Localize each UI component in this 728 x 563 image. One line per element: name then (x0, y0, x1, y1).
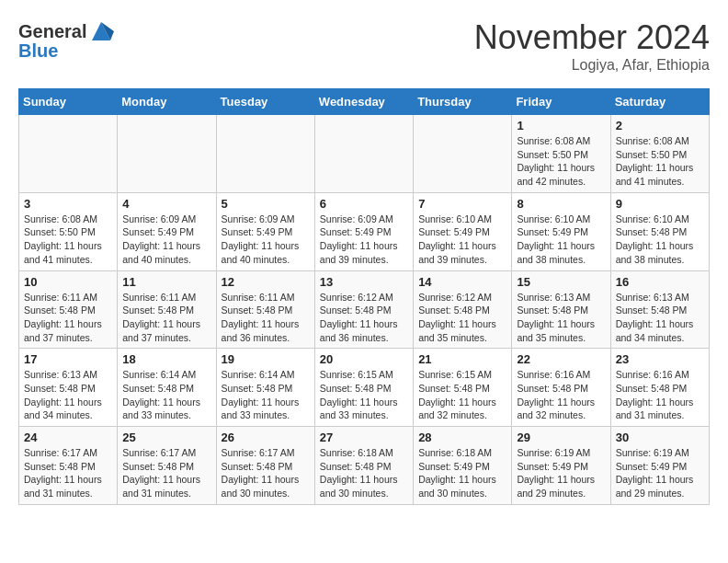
day-info: Sunrise: 6:09 AM Sunset: 5:49 PM Dayligh… (122, 213, 210, 267)
day-cell: 23Sunrise: 6:16 AM Sunset: 5:48 PM Dayli… (610, 349, 709, 427)
day-cell: 22Sunrise: 6:16 AM Sunset: 5:48 PM Dayli… (512, 349, 610, 427)
day-info: Sunrise: 6:18 AM Sunset: 5:49 PM Dayligh… (418, 446, 506, 500)
day-cell: 11Sunrise: 6:11 AM Sunset: 5:48 PM Dayli… (118, 270, 216, 349)
day-info: Sunrise: 6:09 AM Sunset: 5:49 PM Dayligh… (320, 213, 408, 267)
day-info: Sunrise: 6:11 AM Sunset: 5:48 PM Dayligh… (222, 291, 310, 345)
day-cell (19, 115, 118, 193)
day-cell: 13Sunrise: 6:12 AM Sunset: 5:48 PM Dayli… (314, 270, 413, 349)
day-info: Sunrise: 6:19 AM Sunset: 5:49 PM Dayligh… (616, 446, 704, 500)
week-row-4: 17Sunrise: 6:13 AM Sunset: 5:48 PM Dayli… (19, 349, 710, 427)
day-cell (414, 115, 512, 193)
day-number: 24 (24, 431, 112, 444)
week-row-2: 3Sunrise: 6:08 AM Sunset: 5:50 PM Daylig… (19, 192, 710, 270)
day-number: 8 (517, 197, 605, 211)
day-info: Sunrise: 6:17 AM Sunset: 5:48 PM Dayligh… (24, 446, 112, 500)
day-info: Sunrise: 6:08 AM Sunset: 5:50 PM Dayligh… (24, 213, 112, 267)
day-cell: 21Sunrise: 6:15 AM Sunset: 5:48 PM Dayli… (414, 349, 512, 427)
col-header-monday: Monday (118, 89, 216, 115)
day-info: Sunrise: 6:13 AM Sunset: 5:48 PM Dayligh… (24, 368, 112, 422)
day-cell: 24Sunrise: 6:17 AM Sunset: 5:48 PM Dayli… (19, 427, 118, 505)
day-info: Sunrise: 6:18 AM Sunset: 5:48 PM Dayligh… (320, 446, 408, 500)
day-info: Sunrise: 6:08 AM Sunset: 5:50 PM Dayligh… (517, 134, 605, 189)
calendar-header-row: SundayMondayTuesdayWednesdayThursdayFrid… (19, 89, 710, 115)
day-number: 25 (122, 431, 210, 444)
day-info: Sunrise: 6:10 AM Sunset: 5:48 PM Dayligh… (616, 213, 704, 267)
day-cell (314, 115, 413, 193)
day-info: Sunrise: 6:15 AM Sunset: 5:48 PM Dayligh… (320, 368, 408, 422)
day-info: Sunrise: 6:13 AM Sunset: 5:48 PM Dayligh… (616, 291, 704, 345)
day-info: Sunrise: 6:10 AM Sunset: 5:49 PM Dayligh… (418, 213, 506, 267)
day-number: 28 (418, 431, 506, 444)
day-info: Sunrise: 6:19 AM Sunset: 5:49 PM Dayligh… (517, 446, 605, 500)
day-number: 27 (320, 431, 408, 444)
day-info: Sunrise: 6:15 AM Sunset: 5:48 PM Dayligh… (418, 368, 506, 422)
day-info: Sunrise: 6:17 AM Sunset: 5:48 PM Dayligh… (122, 446, 210, 500)
day-number: 4 (122, 197, 210, 211)
day-number: 13 (320, 275, 408, 289)
day-number: 21 (418, 352, 506, 366)
col-header-sunday: Sunday (19, 89, 118, 115)
day-cell: 14Sunrise: 6:12 AM Sunset: 5:48 PM Dayli… (414, 270, 512, 349)
day-info: Sunrise: 6:16 AM Sunset: 5:48 PM Dayligh… (517, 368, 605, 422)
day-cell: 12Sunrise: 6:11 AM Sunset: 5:48 PM Dayli… (216, 270, 314, 349)
week-row-3: 10Sunrise: 6:11 AM Sunset: 5:48 PM Dayli… (19, 270, 710, 349)
day-cell: 9Sunrise: 6:10 AM Sunset: 5:48 PM Daylig… (610, 192, 709, 270)
day-number: 15 (517, 275, 605, 289)
day-number: 6 (320, 197, 408, 211)
day-number: 26 (222, 431, 310, 444)
day-cell: 27Sunrise: 6:18 AM Sunset: 5:48 PM Dayli… (314, 427, 413, 505)
page-header: General Blue November 2024 Logiya, Afar,… (18, 18, 710, 74)
day-info: Sunrise: 6:14 AM Sunset: 5:48 PM Dayligh… (122, 368, 210, 422)
day-info: Sunrise: 6:08 AM Sunset: 5:50 PM Dayligh… (616, 134, 704, 189)
col-header-tuesday: Tuesday (216, 89, 314, 115)
day-number: 12 (222, 275, 310, 289)
day-cell: 17Sunrise: 6:13 AM Sunset: 5:48 PM Dayli… (19, 349, 118, 427)
day-info: Sunrise: 6:13 AM Sunset: 5:48 PM Dayligh… (517, 291, 605, 345)
day-cell: 16Sunrise: 6:13 AM Sunset: 5:48 PM Dayli… (610, 270, 709, 349)
day-number: 1 (517, 119, 605, 132)
month-title: November 2024 (474, 18, 710, 57)
day-number: 18 (122, 352, 210, 366)
day-number: 2 (616, 119, 704, 132)
day-cell: 10Sunrise: 6:11 AM Sunset: 5:48 PM Dayli… (19, 270, 118, 349)
day-number: 3 (24, 197, 112, 211)
col-header-wednesday: Wednesday (314, 89, 413, 115)
day-cell: 15Sunrise: 6:13 AM Sunset: 5:48 PM Dayli… (512, 270, 610, 349)
day-number: 11 (122, 275, 210, 289)
week-row-5: 24Sunrise: 6:17 AM Sunset: 5:48 PM Dayli… (19, 427, 710, 505)
day-number: 19 (222, 352, 310, 366)
day-cell: 30Sunrise: 6:19 AM Sunset: 5:49 PM Dayli… (610, 427, 709, 505)
day-info: Sunrise: 6:09 AM Sunset: 5:49 PM Dayligh… (222, 213, 310, 267)
day-number: 10 (24, 275, 112, 289)
day-info: Sunrise: 6:11 AM Sunset: 5:48 PM Dayligh… (122, 291, 210, 345)
logo-blue: Blue (18, 40, 114, 61)
day-number: 23 (616, 352, 704, 366)
day-info: Sunrise: 6:11 AM Sunset: 5:48 PM Dayligh… (24, 291, 112, 345)
location-subtitle: Logiya, Afar, Ethiopia (474, 57, 710, 74)
logo-general: General (18, 21, 86, 41)
day-cell: 7Sunrise: 6:10 AM Sunset: 5:49 PM Daylig… (414, 192, 512, 270)
day-info: Sunrise: 6:17 AM Sunset: 5:48 PM Dayligh… (222, 446, 310, 500)
day-cell (118, 115, 216, 193)
day-cell: 1Sunrise: 6:08 AM Sunset: 5:50 PM Daylig… (512, 115, 610, 193)
day-cell: 20Sunrise: 6:15 AM Sunset: 5:48 PM Dayli… (314, 349, 413, 427)
day-cell: 3Sunrise: 6:08 AM Sunset: 5:50 PM Daylig… (19, 192, 118, 270)
day-cell: 25Sunrise: 6:17 AM Sunset: 5:48 PM Dayli… (118, 427, 216, 505)
col-header-saturday: Saturday (610, 89, 709, 115)
day-number: 7 (418, 197, 506, 211)
day-number: 9 (616, 197, 704, 211)
week-row-1: 1Sunrise: 6:08 AM Sunset: 5:50 PM Daylig… (19, 115, 710, 193)
day-cell: 26Sunrise: 6:17 AM Sunset: 5:48 PM Dayli… (216, 427, 314, 505)
logo: General Blue (18, 18, 114, 61)
day-number: 14 (418, 275, 506, 289)
day-cell: 29Sunrise: 6:19 AM Sunset: 5:49 PM Dayli… (512, 427, 610, 505)
day-cell: 2Sunrise: 6:08 AM Sunset: 5:50 PM Daylig… (610, 115, 709, 193)
title-block: November 2024 Logiya, Afar, Ethiopia (474, 18, 710, 74)
day-number: 17 (24, 352, 112, 366)
calendar-table: SundayMondayTuesdayWednesdayThursdayFrid… (18, 88, 710, 505)
day-number: 5 (222, 197, 310, 211)
day-number: 16 (616, 275, 704, 289)
day-cell: 28Sunrise: 6:18 AM Sunset: 5:49 PM Dayli… (414, 427, 512, 505)
day-number: 30 (616, 431, 704, 444)
day-number: 29 (517, 431, 605, 444)
